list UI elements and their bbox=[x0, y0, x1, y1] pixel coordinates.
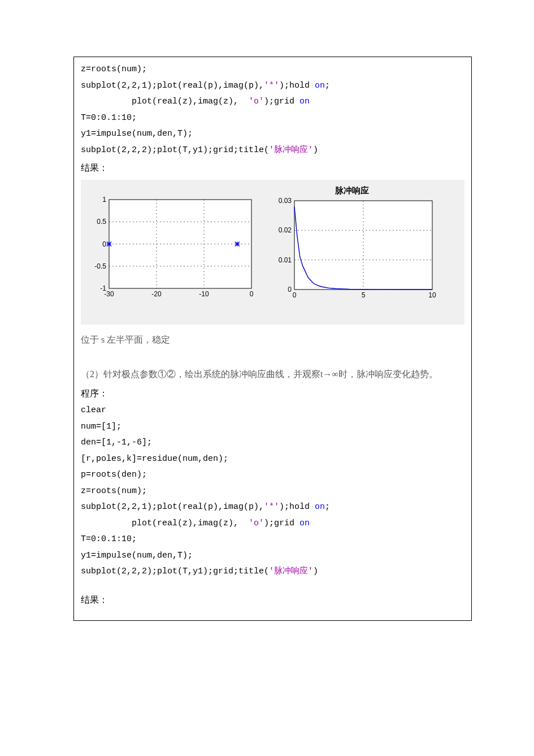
code-line: subplot(2,2,1);plot(real(p),imag(p),'*')… bbox=[81, 502, 330, 512]
svg-text:0.5: 0.5 bbox=[97, 218, 106, 226]
content-frame: z=roots(num); subplot(2,2,1);plot(real(p… bbox=[73, 57, 472, 621]
code-line: z=roots(num); bbox=[81, 64, 147, 74]
code-line: [r,poles,k]=residue(num,den); bbox=[81, 454, 228, 464]
pole-zero-plot: -30-20-100-1-0.500.51 bbox=[86, 185, 256, 301]
code-line: T=0:0.1:10; bbox=[81, 113, 137, 123]
result-label: 结果： bbox=[81, 158, 464, 178]
code-line: subplot(2,2,1);plot(real(p),imag(p),'*')… bbox=[81, 81, 330, 90]
svg-text:0: 0 bbox=[250, 290, 254, 298]
code-line: T=0:0.1:10; bbox=[81, 534, 137, 544]
svg-text:0: 0 bbox=[293, 291, 297, 299]
svg-text:0.03: 0.03 bbox=[279, 197, 292, 205]
code-line: subplot(2,2,2);plot(T,y1);grid;title('脉冲… bbox=[81, 145, 318, 155]
program-label: 程序： bbox=[81, 384, 464, 403]
svg-text:0.01: 0.01 bbox=[279, 256, 292, 263]
code-line: plot(real(z),imag(z), 'o');grid on bbox=[81, 97, 310, 106]
stability-caption: 位于 s 左半平面，稳定 bbox=[81, 330, 464, 349]
svg-text:-0.5: -0.5 bbox=[94, 262, 106, 270]
code-line: clear bbox=[81, 405, 106, 415]
code-line: num=[1]; bbox=[81, 422, 121, 431]
code-line: y1=impulse(num,den,T); bbox=[81, 551, 193, 560]
chart-title: 脉冲响应 bbox=[267, 185, 437, 196]
code-line: z=roots(num); bbox=[81, 486, 147, 496]
impulse-response-plot: 脉冲响应 051000.010.020.03 bbox=[267, 185, 437, 302]
code-line: plot(real(z),imag(z), 'o');grid on bbox=[81, 519, 310, 528]
svg-text:1: 1 bbox=[102, 196, 106, 204]
svg-text:0: 0 bbox=[102, 240, 106, 248]
svg-text:10: 10 bbox=[428, 291, 436, 299]
code-line: p=roots(den); bbox=[81, 470, 147, 479]
code-block-1: z=roots(num); subplot(2,2,1);plot(real(p… bbox=[81, 62, 464, 158]
result-label-2: 结果： bbox=[81, 590, 464, 610]
code-line: den=[1,-1,-6]; bbox=[81, 438, 152, 447]
svg-text:5: 5 bbox=[362, 291, 366, 299]
code-line: y1=impulse(num,den,T); bbox=[81, 129, 193, 139]
svg-text:-1: -1 bbox=[100, 284, 106, 292]
svg-text:-10: -10 bbox=[199, 290, 209, 298]
code-block-2: clear num=[1]; den=[1,-1,-6]; [r,poles,k… bbox=[81, 403, 464, 580]
chart-block: -30-20-100-1-0.500.51 脉冲响应 051000.010.02… bbox=[81, 180, 464, 325]
svg-text:0: 0 bbox=[288, 286, 292, 293]
code-line: subplot(2,2,2);plot(T,y1);grid;title('脉冲… bbox=[81, 567, 318, 576]
svg-text:0.02: 0.02 bbox=[279, 226, 292, 234]
question-2: （2）针对极点参数①②，绘出系统的脉冲响应曲线，并观察t→∞时，脉冲响应变化趋势… bbox=[81, 365, 464, 384]
svg-text:-20: -20 bbox=[151, 290, 162, 298]
